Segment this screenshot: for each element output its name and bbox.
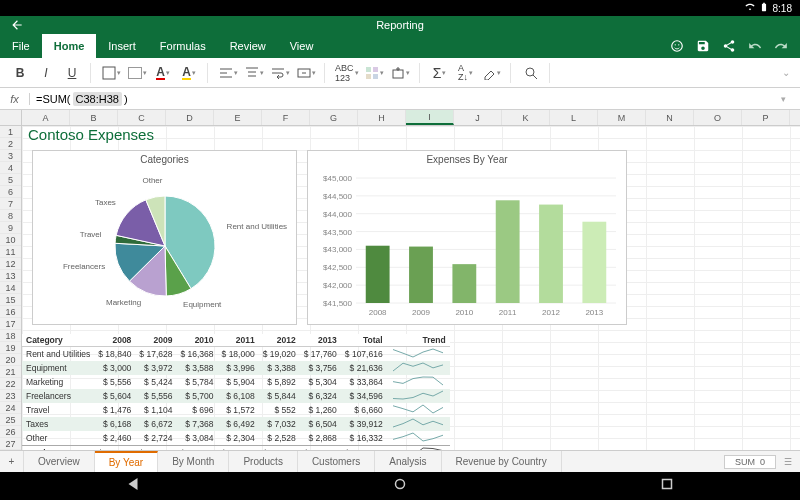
sheet-tab-by-month[interactable]: By Month	[158, 451, 229, 472]
select-all-corner[interactable]	[0, 110, 22, 126]
font-color-button[interactable]: A▾	[153, 63, 173, 83]
row-headers[interactable]: 1234567891011121314151617181920212223242…	[0, 126, 22, 450]
row-header-8[interactable]: 8	[0, 210, 21, 222]
table-row[interactable]: Travel$ 1,476$ 1,104$ 696$ 1,572$ 552$ 1…	[22, 403, 450, 417]
undo-icon[interactable]	[748, 39, 762, 53]
row-header-15[interactable]: 15	[0, 294, 21, 306]
nav-back-button[interactable]	[124, 475, 142, 497]
row-header-11[interactable]: 11	[0, 246, 21, 258]
row-header-6[interactable]: 6	[0, 186, 21, 198]
sheet-tab-analysis[interactable]: Analysis	[375, 451, 441, 472]
col-header-B[interactable]: B	[70, 110, 118, 125]
row-header-5[interactable]: 5	[0, 174, 21, 186]
formula-dropdown-icon[interactable]: ▾	[781, 94, 794, 104]
row-header-24[interactable]: 24	[0, 402, 21, 414]
sort-button[interactable]: AZ↓▾	[456, 63, 476, 83]
table-row[interactable]: Equipment$ 3,000$ 3,972$ 3,588$ 3,996$ 3…	[22, 361, 450, 375]
italic-button[interactable]: I	[36, 63, 56, 83]
sheet-tab-by-year[interactable]: By Year	[95, 451, 158, 472]
nav-recent-button[interactable]	[658, 475, 676, 497]
nav-home-button[interactable]	[391, 475, 409, 497]
row-header-25[interactable]: 25	[0, 414, 21, 426]
row-header-4[interactable]: 4	[0, 162, 21, 174]
row-header-26[interactable]: 26	[0, 426, 21, 438]
col-header-L[interactable]: L	[550, 110, 598, 125]
col-header-A[interactable]: A	[22, 110, 70, 125]
row-header-14[interactable]: 14	[0, 282, 21, 294]
table-total-row[interactable]: Total$ 43,104$ 43,080$ 42,588$ 44,376$ 4…	[22, 446, 450, 451]
save-icon[interactable]	[696, 39, 710, 53]
column-headers[interactable]: ABCDEFGHIJKLMNOP	[22, 110, 800, 126]
row-header-17[interactable]: 17	[0, 318, 21, 330]
col-header-F[interactable]: F	[262, 110, 310, 125]
sheet-tab-overview[interactable]: Overview	[24, 451, 95, 472]
tab-home[interactable]: Home	[42, 34, 97, 58]
row-header-2[interactable]: 2	[0, 138, 21, 150]
clear-button[interactable]: ▾	[482, 63, 502, 83]
tab-formulas[interactable]: Formulas	[148, 34, 218, 58]
row-header-9[interactable]: 9	[0, 222, 21, 234]
fill-color-button[interactable]: ▾	[127, 63, 147, 83]
table-header[interactable]: Trend	[387, 334, 450, 347]
tab-view[interactable]: View	[278, 34, 326, 58]
ribbon-collapse-icon[interactable]: ⌄	[782, 67, 790, 78]
smiley-icon[interactable]	[670, 39, 684, 53]
table-row[interactable]: Marketing$ 5,556$ 5,424$ 5,784$ 5,904$ 5…	[22, 375, 450, 389]
align-top-button[interactable]: ▾	[244, 63, 264, 83]
col-header-P[interactable]: P	[742, 110, 790, 125]
row-header-20[interactable]: 20	[0, 354, 21, 366]
table-row[interactable]: Rent and Utilities$ 18,840$ 17,628$ 16,3…	[22, 347, 450, 362]
row-header-18[interactable]: 18	[0, 330, 21, 342]
chart-expenses-bar[interactable]: Expenses By Year $41,500$42,000$42,500$4…	[307, 150, 627, 325]
row-header-16[interactable]: 16	[0, 306, 21, 318]
tab-file[interactable]: File	[0, 34, 42, 58]
table-header[interactable]: Category	[22, 334, 94, 347]
row-header-7[interactable]: 7	[0, 198, 21, 210]
border-button[interactable]: ▾	[101, 63, 121, 83]
col-header-D[interactable]: D	[166, 110, 214, 125]
col-header-G[interactable]: G	[310, 110, 358, 125]
tab-insert[interactable]: Insert	[96, 34, 148, 58]
table-row[interactable]: Freelancers$ 5,604$ 5,556$ 5,700$ 6,108$…	[22, 389, 450, 403]
col-header-J[interactable]: J	[454, 110, 502, 125]
bold-button[interactable]: B	[10, 63, 30, 83]
back-icon[interactable]	[10, 18, 24, 32]
cell-styles-button[interactable]: ▾	[365, 63, 385, 83]
highlight-button[interactable]: A▾	[179, 63, 199, 83]
insert-cells-button[interactable]: ▾	[391, 63, 411, 83]
table-header[interactable]: 2011	[218, 334, 259, 347]
spreadsheet-grid[interactable]: ABCDEFGHIJKLMNOP 12345678910111213141516…	[0, 110, 800, 450]
sheet-tab-products[interactable]: Products	[229, 451, 297, 472]
expenses-table[interactable]: Category200820092010201120122013TotalTre…	[22, 334, 450, 450]
col-header-K[interactable]: K	[502, 110, 550, 125]
row-header-3[interactable]: 3	[0, 150, 21, 162]
find-button[interactable]	[521, 63, 541, 83]
add-sheet-button[interactable]: +	[0, 451, 24, 472]
col-header-N[interactable]: N	[646, 110, 694, 125]
row-header-10[interactable]: 10	[0, 234, 21, 246]
col-header-M[interactable]: M	[598, 110, 646, 125]
table-header[interactable]: 2008	[94, 334, 135, 347]
row-header-12[interactable]: 12	[0, 258, 21, 270]
table-header[interactable]: 2010	[176, 334, 217, 347]
row-header-23[interactable]: 23	[0, 390, 21, 402]
row-header-19[interactable]: 19	[0, 342, 21, 354]
sheet-tab-revenue-by-country[interactable]: Revenue by Country	[442, 451, 562, 472]
col-header-C[interactable]: C	[118, 110, 166, 125]
underline-button[interactable]: U	[62, 63, 82, 83]
row-header-21[interactable]: 21	[0, 366, 21, 378]
col-header-I[interactable]: I	[406, 110, 454, 125]
wrap-text-button[interactable]: ▾	[270, 63, 290, 83]
formula-input[interactable]: =SUM( C38:H38 ) ▾	[30, 92, 800, 106]
merge-button[interactable]: ▾	[296, 63, 316, 83]
align-left-button[interactable]: ▾	[218, 63, 238, 83]
row-header-22[interactable]: 22	[0, 378, 21, 390]
table-header[interactable]: 2009	[135, 334, 176, 347]
share-icon[interactable]	[722, 39, 736, 53]
redo-icon[interactable]	[774, 39, 788, 53]
table-header[interactable]: 2013	[300, 334, 341, 347]
col-header-O[interactable]: O	[694, 110, 742, 125]
row-header-27[interactable]: 27	[0, 438, 21, 450]
table-header[interactable]: Total	[341, 334, 387, 347]
fx-label[interactable]: fx	[0, 93, 30, 105]
